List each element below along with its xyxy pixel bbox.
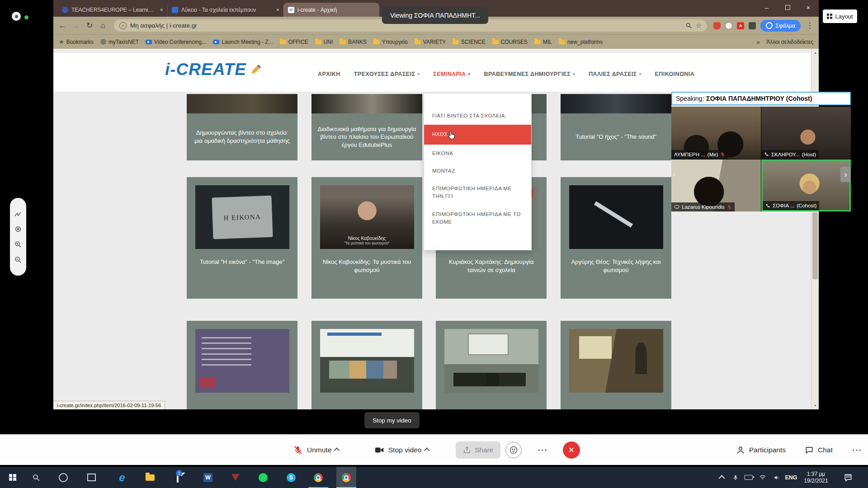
spotlight-icon[interactable] [14, 225, 22, 233]
back-icon[interactable] [58, 21, 67, 30]
chevron-up-icon[interactable] [424, 448, 430, 454]
browser-menu-icon[interactable] [805, 21, 814, 30]
participant-tile-sklirou[interactable]: ΣΚΛΗΡΟΥ... (Host) [761, 107, 851, 159]
zoom-in-icon[interactable] [14, 240, 22, 249]
video-card[interactable]: Η ΕΙΚΟΝΑ Tutorial "Η εικόνα" - "The imag… [187, 177, 297, 299]
forward-icon[interactable] [71, 21, 80, 30]
skype-button[interactable] [281, 467, 301, 488]
more-options-button[interactable] [534, 442, 551, 458]
tray-network-icon[interactable] [756, 467, 769, 488]
bookmark-folder-courses[interactable]: COURSES [492, 39, 528, 45]
extensions-puzzle-icon[interactable] [749, 22, 756, 29]
stop-video-button[interactable]: Stop video [374, 435, 429, 465]
bookmark-launch-meeting[interactable]: Launch Meeting - Z... [213, 39, 273, 45]
pdf-extension-icon[interactable]: A [737, 22, 744, 29]
zoom-annotation-icon[interactable] [12, 12, 21, 21]
not-secure-icon[interactable] [119, 22, 127, 29]
adblock-extension-icon[interactable] [713, 22, 721, 29]
participants-button[interactable]: Participants [736, 435, 786, 465]
word-button[interactable] [198, 467, 218, 488]
bookmark-bookmarks[interactable]: Bookmarks [59, 38, 94, 45]
nav-arxiki[interactable]: ΑΡΧΙΚΗ [318, 71, 340, 77]
video-card[interactable] [187, 321, 297, 409]
gallery-prev-icon[interactable] [673, 169, 675, 179]
menu-item-imerida-ekome[interactable]: ΕΠΙΜΟΡΦΩΤΙΚΗ ΗΜΕΡΙΔΑ ΜΕ ΤΟ ΕΚΟΜΕ [424, 206, 531, 231]
bookmark-folder-science[interactable]: SCIENCE [453, 39, 485, 45]
nav-seminaria[interactable]: ΣΕΜΙΝΑΡΙΑ [433, 71, 470, 77]
participant-tile-kipouridis[interactable]: Lazarus Kipouridis [671, 160, 761, 212]
bookmark-folder-ypourgeio[interactable]: Υπουργείο [373, 39, 408, 45]
bookmark-folder-banks[interactable]: BANKS [340, 39, 367, 45]
menu-item-montaz[interactable]: ΜΟΝΤΑΖ [424, 162, 531, 180]
active-chrome-button[interactable] [336, 467, 356, 488]
tab-lykeio[interactable]: Λύκειο - Τα σχολεία εκπέμπουν [167, 3, 283, 17]
spotify-button[interactable] [253, 467, 273, 488]
nav-palies-draseis[interactable]: ΠΑΛΙΕΣ ΔΡΑΣΕΙΣ [589, 71, 641, 77]
bookmark-folder-uni[interactable]: UNI [315, 39, 333, 45]
bookmark-star-icon[interactable] [696, 22, 702, 30]
share-button[interactable]: Share [456, 441, 500, 459]
scroll-up-icon[interactable] [811, 49, 819, 56]
chevron-up-icon[interactable] [334, 448, 340, 454]
layout-button[interactable]: Layout [823, 9, 857, 23]
media-app-button[interactable] [226, 467, 245, 488]
video-card[interactable]: Δημιουργώντας βίντεο στο σχολείο: μια ομ… [187, 94, 297, 160]
search-icon[interactable] [685, 22, 692, 29]
draw-icon[interactable] [14, 210, 22, 218]
video-card[interactable]: Tutorial "Ο ήχος" - "The sound" [561, 94, 671, 160]
edge-button[interactable] [112, 467, 132, 488]
tab-close-icon[interactable] [276, 6, 279, 13]
taskbar-search-button[interactable] [26, 467, 46, 488]
participant-tile-sofia-active-speaker[interactable]: ΣΟΦΙΑ ... (Cohost) [761, 160, 851, 212]
bookmark-folder-mil[interactable]: MIL [534, 39, 552, 45]
close-button[interactable] [798, 0, 819, 15]
restore-button[interactable] [777, 0, 798, 15]
start-button[interactable] [3, 467, 23, 488]
chat-button[interactable]: Chat [805, 435, 833, 465]
bookmark-folder-office[interactable]: OFFICE [280, 39, 308, 45]
nav-epikoinonia[interactable]: ΕΠΙΚΟΙΝΩΝΙΑ [655, 71, 694, 77]
site-logo[interactable]: i-CREATE [165, 60, 262, 79]
nav-trexouses-draseis[interactable]: ΤΡΕΧΟΥΣΕΣ ΔΡΑΣΕΙΣ [354, 71, 420, 77]
tray-volume-icon[interactable] [770, 467, 783, 488]
end-close-button[interactable] [563, 441, 580, 459]
taskbar-clock[interactable]: 1:37 μμ 19/2/2021 [799, 467, 833, 488]
mail-button[interactable]: 1 [168, 467, 188, 488]
video-card[interactable] [436, 321, 547, 409]
menu-item-ixos[interactable]: ΗΧΟΣ [424, 125, 531, 144]
toolbar-more-icon[interactable] [852, 435, 862, 465]
zoom-out-icon[interactable] [14, 256, 22, 264]
nav-vraveumenes-dimiourgies[interactable]: ΒΡΑΒΕΥΜΕΝΕΣ ΔΗΜΙΟΥΡΓΙΕΣ [484, 71, 575, 77]
gallery-next-icon[interactable] [840, 167, 851, 182]
minimize-button[interactable] [756, 0, 777, 15]
video-card[interactable]: Νίκος Καβουκίδης "Τα μυστικά του φωτισμο… [311, 177, 422, 299]
video-card[interactable] [561, 321, 671, 409]
scroll-down-icon[interactable] [811, 402, 819, 409]
reload-icon[interactable] [85, 21, 94, 30]
video-card[interactable] [311, 321, 422, 409]
file-explorer-button[interactable] [140, 467, 160, 488]
participant-tile-lymperi[interactable]: ΛΥΜΠΕΡΗ ... (Me) [671, 107, 761, 159]
video-card[interactable]: Αργύρης Θέος: Τεχνικές λήψης και φωτισμο… [561, 177, 671, 299]
action-center-button[interactable]: 20 [837, 467, 859, 488]
chrome-button[interactable] [308, 467, 328, 488]
other-bookmarks[interactable]: Άλλοι σελιδοδείκτες [766, 39, 813, 45]
home-icon[interactable] [99, 21, 108, 30]
scrollbar-thumb[interactable] [812, 212, 818, 279]
reactions-button[interactable] [505, 442, 522, 458]
bookmark-mytaxisnet[interactable]: myTaxisNET [100, 39, 139, 45]
tray-mic-icon[interactable] [729, 467, 742, 488]
menu-item-imerida-ggi[interactable]: ΕΠΙΜΟΡΦΩΤΙΚΗ ΗΜΕΡΙΔΑ ΜΕ ΤΗΝ ΓΓΙ [424, 180, 531, 206]
menu-item-giati-vinteo[interactable]: ΓΙΑΤΙ ΒΙΝΤΕΟ ΣΤΑ ΣΧΟΛΕΙΑ; [424, 107, 531, 125]
bookmark-video-conferencing[interactable]: Video Conferencing... [146, 39, 206, 45]
bookmark-folder-new-platforms[interactable]: new_platforms [559, 39, 603, 45]
video-card[interactable]: Διαδικτυακά μαθήματα για δημιουργία βίντ… [311, 94, 422, 160]
tray-battery-icon[interactable] [742, 467, 755, 488]
extension-circle-icon[interactable] [725, 22, 732, 29]
tab-close-icon[interactable] [160, 6, 163, 13]
bookmarks-overflow-icon[interactable] [756, 38, 760, 46]
tab-teachers4europe[interactable]: TEACHERS4EUROPE – Learning i [58, 3, 167, 17]
language-indicator[interactable]: ENG [783, 467, 799, 488]
cortana-button[interactable] [53, 467, 73, 488]
error-extension-button[interactable]: Σφάλμα [760, 20, 801, 32]
